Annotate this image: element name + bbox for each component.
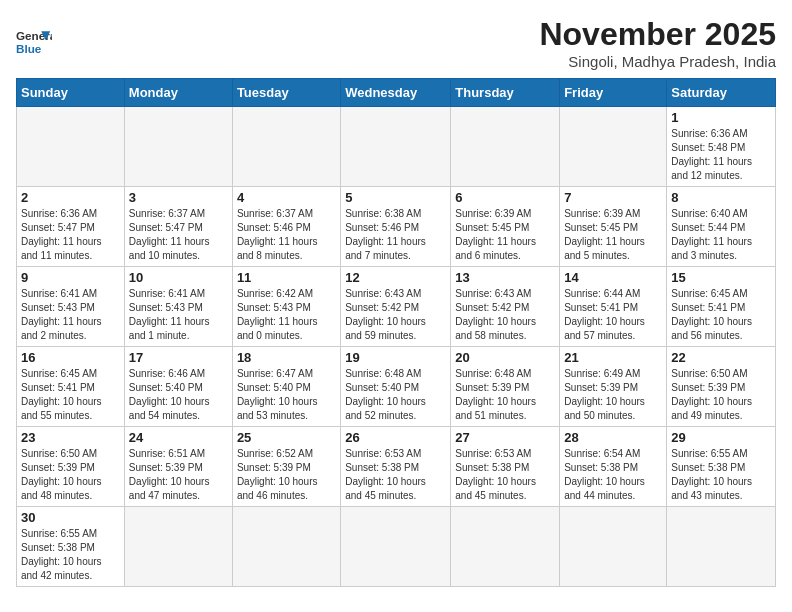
day-info: Sunrise: 6:48 AM Sunset: 5:39 PM Dayligh… xyxy=(455,367,555,423)
day-number: 12 xyxy=(345,270,446,285)
calendar-week-row: 23Sunrise: 6:50 AM Sunset: 5:39 PM Dayli… xyxy=(17,427,776,507)
calendar-week-row: 16Sunrise: 6:45 AM Sunset: 5:41 PM Dayli… xyxy=(17,347,776,427)
weekday-header-sunday: Sunday xyxy=(17,79,125,107)
calendar-cell xyxy=(667,507,776,587)
day-info: Sunrise: 6:40 AM Sunset: 5:44 PM Dayligh… xyxy=(671,207,771,263)
day-number: 10 xyxy=(129,270,228,285)
day-number: 27 xyxy=(455,430,555,445)
day-number: 25 xyxy=(237,430,336,445)
day-number: 22 xyxy=(671,350,771,365)
calendar-week-row: 1Sunrise: 6:36 AM Sunset: 5:48 PM Daylig… xyxy=(17,107,776,187)
day-number: 13 xyxy=(455,270,555,285)
calendar-cell: 28Sunrise: 6:54 AM Sunset: 5:38 PM Dayli… xyxy=(560,427,667,507)
day-info: Sunrise: 6:45 AM Sunset: 5:41 PM Dayligh… xyxy=(671,287,771,343)
day-info: Sunrise: 6:39 AM Sunset: 5:45 PM Dayligh… xyxy=(455,207,555,263)
day-number: 5 xyxy=(345,190,446,205)
day-number: 21 xyxy=(564,350,662,365)
weekday-header-friday: Friday xyxy=(560,79,667,107)
calendar-cell: 8Sunrise: 6:40 AM Sunset: 5:44 PM Daylig… xyxy=(667,187,776,267)
day-info: Sunrise: 6:41 AM Sunset: 5:43 PM Dayligh… xyxy=(21,287,120,343)
day-number: 17 xyxy=(129,350,228,365)
logo: General Blue xyxy=(16,24,52,60)
calendar-cell: 11Sunrise: 6:42 AM Sunset: 5:43 PM Dayli… xyxy=(232,267,340,347)
day-info: Sunrise: 6:46 AM Sunset: 5:40 PM Dayligh… xyxy=(129,367,228,423)
calendar-cell xyxy=(341,507,451,587)
calendar-cell: 13Sunrise: 6:43 AM Sunset: 5:42 PM Dayli… xyxy=(451,267,560,347)
calendar-cell: 22Sunrise: 6:50 AM Sunset: 5:39 PM Dayli… xyxy=(667,347,776,427)
calendar-cell: 10Sunrise: 6:41 AM Sunset: 5:43 PM Dayli… xyxy=(124,267,232,347)
location-subtitle: Singoli, Madhya Pradesh, India xyxy=(539,53,776,70)
day-info: Sunrise: 6:37 AM Sunset: 5:46 PM Dayligh… xyxy=(237,207,336,263)
calendar-cell: 18Sunrise: 6:47 AM Sunset: 5:40 PM Dayli… xyxy=(232,347,340,427)
day-info: Sunrise: 6:54 AM Sunset: 5:38 PM Dayligh… xyxy=(564,447,662,503)
calendar-week-row: 30Sunrise: 6:55 AM Sunset: 5:38 PM Dayli… xyxy=(17,507,776,587)
calendar-cell: 7Sunrise: 6:39 AM Sunset: 5:45 PM Daylig… xyxy=(560,187,667,267)
weekday-header-thursday: Thursday xyxy=(451,79,560,107)
calendar-table: SundayMondayTuesdayWednesdayThursdayFrid… xyxy=(16,78,776,587)
day-number: 23 xyxy=(21,430,120,445)
day-number: 29 xyxy=(671,430,771,445)
day-info: Sunrise: 6:47 AM Sunset: 5:40 PM Dayligh… xyxy=(237,367,336,423)
day-info: Sunrise: 6:53 AM Sunset: 5:38 PM Dayligh… xyxy=(345,447,446,503)
calendar-cell: 24Sunrise: 6:51 AM Sunset: 5:39 PM Dayli… xyxy=(124,427,232,507)
day-info: Sunrise: 6:36 AM Sunset: 5:48 PM Dayligh… xyxy=(671,127,771,183)
day-number: 7 xyxy=(564,190,662,205)
calendar-cell: 20Sunrise: 6:48 AM Sunset: 5:39 PM Dayli… xyxy=(451,347,560,427)
calendar-cell: 16Sunrise: 6:45 AM Sunset: 5:41 PM Dayli… xyxy=(17,347,125,427)
calendar-cell: 5Sunrise: 6:38 AM Sunset: 5:46 PM Daylig… xyxy=(341,187,451,267)
day-info: Sunrise: 6:38 AM Sunset: 5:46 PM Dayligh… xyxy=(345,207,446,263)
calendar-cell xyxy=(451,107,560,187)
day-info: Sunrise: 6:45 AM Sunset: 5:41 PM Dayligh… xyxy=(21,367,120,423)
calendar-cell: 26Sunrise: 6:53 AM Sunset: 5:38 PM Dayli… xyxy=(341,427,451,507)
day-number: 14 xyxy=(564,270,662,285)
day-number: 6 xyxy=(455,190,555,205)
day-number: 24 xyxy=(129,430,228,445)
calendar-cell: 23Sunrise: 6:50 AM Sunset: 5:39 PM Dayli… xyxy=(17,427,125,507)
calendar-cell: 19Sunrise: 6:48 AM Sunset: 5:40 PM Dayli… xyxy=(341,347,451,427)
day-info: Sunrise: 6:49 AM Sunset: 5:39 PM Dayligh… xyxy=(564,367,662,423)
day-info: Sunrise: 6:55 AM Sunset: 5:38 PM Dayligh… xyxy=(21,527,120,583)
weekday-header-row: SundayMondayTuesdayWednesdayThursdayFrid… xyxy=(17,79,776,107)
general-blue-logo-icon: General Blue xyxy=(16,24,52,60)
day-info: Sunrise: 6:42 AM Sunset: 5:43 PM Dayligh… xyxy=(237,287,336,343)
day-info: Sunrise: 6:53 AM Sunset: 5:38 PM Dayligh… xyxy=(455,447,555,503)
calendar-cell xyxy=(124,507,232,587)
calendar-cell xyxy=(17,107,125,187)
calendar-cell: 17Sunrise: 6:46 AM Sunset: 5:40 PM Dayli… xyxy=(124,347,232,427)
day-number: 2 xyxy=(21,190,120,205)
calendar-week-row: 2Sunrise: 6:36 AM Sunset: 5:47 PM Daylig… xyxy=(17,187,776,267)
day-number: 9 xyxy=(21,270,120,285)
calendar-cell: 3Sunrise: 6:37 AM Sunset: 5:47 PM Daylig… xyxy=(124,187,232,267)
calendar-cell: 29Sunrise: 6:55 AM Sunset: 5:38 PM Dayli… xyxy=(667,427,776,507)
day-number: 20 xyxy=(455,350,555,365)
day-number: 30 xyxy=(21,510,120,525)
weekday-header-saturday: Saturday xyxy=(667,79,776,107)
day-number: 8 xyxy=(671,190,771,205)
day-number: 3 xyxy=(129,190,228,205)
calendar-cell xyxy=(232,107,340,187)
day-number: 11 xyxy=(237,270,336,285)
day-number: 19 xyxy=(345,350,446,365)
day-number: 15 xyxy=(671,270,771,285)
weekday-header-monday: Monday xyxy=(124,79,232,107)
day-info: Sunrise: 6:41 AM Sunset: 5:43 PM Dayligh… xyxy=(129,287,228,343)
calendar-cell: 1Sunrise: 6:36 AM Sunset: 5:48 PM Daylig… xyxy=(667,107,776,187)
day-number: 4 xyxy=(237,190,336,205)
day-number: 16 xyxy=(21,350,120,365)
calendar-cell: 9Sunrise: 6:41 AM Sunset: 5:43 PM Daylig… xyxy=(17,267,125,347)
month-title: November 2025 xyxy=(539,16,776,53)
calendar-cell: 21Sunrise: 6:49 AM Sunset: 5:39 PM Dayli… xyxy=(560,347,667,427)
day-info: Sunrise: 6:39 AM Sunset: 5:45 PM Dayligh… xyxy=(564,207,662,263)
calendar-cell xyxy=(124,107,232,187)
calendar-cell: 27Sunrise: 6:53 AM Sunset: 5:38 PM Dayli… xyxy=(451,427,560,507)
day-info: Sunrise: 6:55 AM Sunset: 5:38 PM Dayligh… xyxy=(671,447,771,503)
calendar-cell: 12Sunrise: 6:43 AM Sunset: 5:42 PM Dayli… xyxy=(341,267,451,347)
calendar-cell: 2Sunrise: 6:36 AM Sunset: 5:47 PM Daylig… xyxy=(17,187,125,267)
svg-text:Blue: Blue xyxy=(16,42,42,55)
calendar-cell xyxy=(560,507,667,587)
day-info: Sunrise: 6:50 AM Sunset: 5:39 PM Dayligh… xyxy=(671,367,771,423)
calendar-cell: 15Sunrise: 6:45 AM Sunset: 5:41 PM Dayli… xyxy=(667,267,776,347)
calendar-cell: 25Sunrise: 6:52 AM Sunset: 5:39 PM Dayli… xyxy=(232,427,340,507)
day-info: Sunrise: 6:52 AM Sunset: 5:39 PM Dayligh… xyxy=(237,447,336,503)
day-info: Sunrise: 6:50 AM Sunset: 5:39 PM Dayligh… xyxy=(21,447,120,503)
